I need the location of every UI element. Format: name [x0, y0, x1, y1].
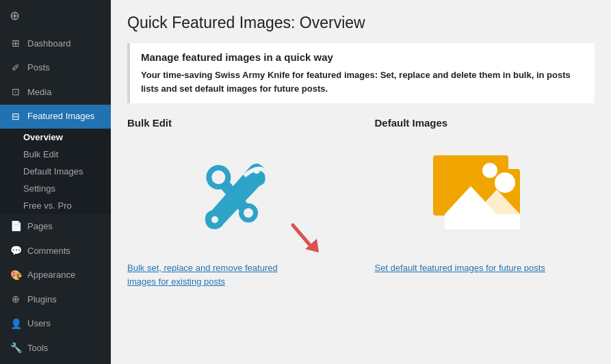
sidebar-item-dashboard[interactable]: ⊞ Dashboard — [0, 31, 111, 56]
bulk-edit-link[interactable]: Bulk set, replace and remove featured im… — [127, 261, 305, 288]
sidebar: ⊕ ⊞ Dashboard ✐ Posts ⊡ Media ⊟ Featured… — [0, 0, 111, 364]
sidebar-item-label: Comments — [27, 245, 70, 257]
media-icon: ⊡ — [10, 86, 22, 99]
comments-icon: 💬 — [10, 244, 22, 258]
sidebar-item-label: Dashboard — [27, 38, 71, 50]
wp-icon: ⊕ — [10, 8, 20, 23]
svg-rect-14 — [445, 222, 520, 229]
sidebar-item-label: Media — [27, 86, 51, 99]
featured-images-submenu: Overview Bulk Edit Default Images Settin… — [0, 129, 111, 214]
tools-icon: 🔧 — [10, 341, 22, 355]
sidebar-item-posts[interactable]: ✐ Posts — [0, 56, 111, 81]
info-box-title: Manage featured images in a quick way — [141, 51, 584, 63]
submenu-item-free-vs-pro[interactable]: Free vs. Pro — [0, 197, 111, 214]
svg-point-17 — [495, 172, 515, 193]
pages-icon: 📄 — [10, 220, 22, 233]
bulk-edit-icon-area — [127, 138, 348, 261]
cards-row: Bulk Edit — [127, 117, 595, 288]
sidebar-item-users[interactable]: 👤 Users — [0, 312, 111, 337]
sidebar-item-label: Featured Images — [27, 110, 94, 122]
posts-icon: ✐ — [10, 62, 22, 75]
sidebar-item-label: Tools — [27, 342, 48, 354]
sidebar-item-label: Plugins — [27, 294, 57, 306]
appearance-icon: 🎨 — [10, 269, 22, 283]
wordpress-logo: ⊕ — [0, 0, 111, 31]
red-arrow — [286, 218, 327, 261]
default-images-icon-area — [375, 138, 595, 261]
default-images-card: Default Images — [375, 117, 595, 288]
default-images-title: Default Images — [375, 117, 595, 129]
sidebar-item-plugins[interactable]: ⊕ Plugins — [0, 287, 111, 312]
submenu-item-settings[interactable]: Settings — [0, 180, 111, 197]
submenu-item-default-images[interactable]: Default Images — [0, 163, 111, 180]
sidebar-item-featured-images[interactable]: ⊟ Featured Images — [0, 105, 111, 129]
sidebar-item-label: Users — [27, 317, 51, 330]
sidebar-item-tools[interactable]: 🔧 Tools — [0, 336, 111, 361]
main-content: Quick Featured Images: Overview Manage f… — [111, 0, 611, 364]
sidebar-item-label: Posts — [27, 62, 50, 74]
svg-point-6 — [211, 216, 218, 223]
sidebar-item-label: Pages — [27, 220, 53, 233]
submenu-item-overview[interactable]: Overview — [0, 129, 111, 146]
sidebar-item-appearance[interactable]: 🎨 Appearance — [0, 263, 111, 288]
bulk-edit-card: Bulk Edit — [127, 117, 348, 288]
info-box: Manage featured images in a quick way Yo… — [127, 43, 595, 103]
bulk-edit-title: Bulk Edit — [127, 117, 348, 129]
page-title: Quick Featured Images: Overview — [127, 14, 595, 32]
sidebar-item-media[interactable]: ⊡ Media — [0, 80, 111, 105]
users-icon: 👤 — [10, 317, 22, 331]
featured-images-icon: ⊟ — [10, 110, 22, 124]
sidebar-item-pages[interactable]: 📄 Pages — [0, 214, 111, 239]
plugins-icon: ⊕ — [10, 293, 22, 307]
dashboard-icon: ⊞ — [10, 37, 22, 51]
default-images-icon — [430, 148, 539, 251]
svg-point-18 — [482, 163, 497, 178]
wrench-icon — [193, 155, 282, 244]
info-box-text: Your time-saving Swiss Army Knife for fe… — [141, 68, 584, 95]
sidebar-item-comments[interactable]: 💬 Comments — [0, 239, 111, 263]
sidebar-item-label: Appearance — [27, 269, 75, 281]
submenu-item-bulk-edit[interactable]: Bulk Edit — [0, 146, 111, 163]
default-images-link[interactable]: Set default featured images for future p… — [375, 261, 545, 275]
